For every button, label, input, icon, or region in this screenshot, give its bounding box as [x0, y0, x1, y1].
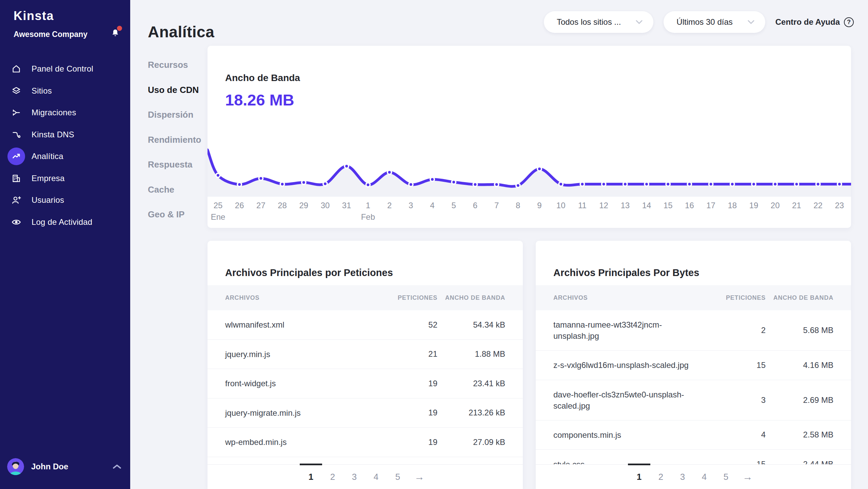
- x-axis-label: 17: [706, 201, 715, 210]
- home-icon: [7, 60, 25, 78]
- sidebar-item-empresa[interactable]: Empresa: [0, 168, 130, 190]
- period-selector-value: Últimos 30 días: [676, 17, 732, 27]
- x-axis-label: 25: [214, 201, 223, 210]
- x-axis-label: 8: [516, 201, 520, 210]
- sidebar-item-analitica[interactable]: Analítica: [0, 145, 130, 168]
- page-button-4[interactable]: 4: [693, 465, 715, 489]
- pagination: 1 2 3 4 5 →: [208, 464, 523, 489]
- table-row: z-s-vxlg6lwd16m-unsplash-scaled.jpg 15 4…: [536, 351, 851, 380]
- data-point: [302, 180, 306, 184]
- x-axis-label: 16: [685, 201, 694, 210]
- data-point: [495, 182, 499, 187]
- analytics-subnav: Recursos Uso de CDN Dispersión Rendimien…: [148, 53, 201, 227]
- page-button-2[interactable]: 2: [322, 465, 343, 489]
- tab-uso-de-cdn[interactable]: Uso de CDN: [148, 78, 201, 103]
- page-button-5[interactable]: 5: [387, 465, 409, 489]
- sidebar-item-migraciones[interactable]: Migraciones: [0, 102, 130, 124]
- sidebar-item-panel-de-control[interactable]: Panel de Control: [0, 58, 130, 80]
- table-row: dave-hoefler-cls3zn5wte0-unsplash-scaled…: [536, 380, 851, 420]
- help-center-link[interactable]: Centro de Ayuda ?: [775, 17, 854, 27]
- bandwidth-chart: [208, 142, 851, 197]
- requests-value: 15: [711, 459, 766, 465]
- x-axis-label: 18: [728, 201, 737, 210]
- bandwidth-value: 2.58 MB: [766, 430, 833, 439]
- x-axis-label: 11: [578, 201, 587, 210]
- file-name: front-widget.js: [225, 369, 383, 398]
- data-point: [323, 182, 327, 186]
- requests-value: 15: [711, 360, 766, 370]
- bandwidth-value: 4.16 MB: [766, 360, 833, 370]
- column-header-ancho-de-banda: Ancho de Banda: [766, 294, 833, 301]
- data-point: [280, 182, 284, 186]
- x-axis-label: 12: [599, 201, 608, 210]
- x-axis-label: 31: [342, 201, 351, 210]
- data-point: [752, 182, 756, 186]
- tab-dispersion[interactable]: Dispersión: [148, 102, 201, 128]
- tab-cache[interactable]: Cache: [148, 177, 201, 202]
- x-axis-label: 19: [749, 201, 758, 210]
- file-name: jquery-migrate.min.js: [225, 398, 383, 427]
- sidebar: Kinsta Awesome Company Panel de Control …: [0, 0, 130, 489]
- page-button-5[interactable]: 5: [715, 465, 737, 489]
- column-header-peticiones: Peticiones: [711, 294, 766, 301]
- period-selector-dropdown[interactable]: Últimos 30 días: [664, 11, 765, 33]
- data-point: [516, 183, 520, 188]
- bandwidth-value: 213.26 kB: [437, 408, 505, 417]
- page-button-3[interactable]: 3: [672, 465, 693, 489]
- file-name: wlwmanifest.xml: [225, 310, 383, 339]
- bandwidth-chart-zone: [208, 142, 851, 197]
- tab-respuesta[interactable]: Respuesta: [148, 152, 201, 177]
- sidebar-item-log-de-actividad[interactable]: Log de Actividad: [0, 211, 130, 233]
- requests-value: 3: [711, 395, 766, 405]
- table-row: style.css 15 2.44 MB: [536, 450, 851, 465]
- site-selector-dropdown[interactable]: Todos los sitios ...: [544, 11, 653, 33]
- migrations-icon: [7, 104, 25, 121]
- page-button-4[interactable]: 4: [365, 465, 387, 489]
- data-point: [730, 182, 734, 186]
- site-selector-value: Todos los sitios ...: [557, 17, 621, 27]
- table-body: wlwmanifest.xml 52 54.34 kB jquery.min.j…: [208, 310, 523, 465]
- requests-value: 19: [383, 437, 437, 447]
- tab-rendimiento[interactable]: Rendimiento: [148, 128, 201, 153]
- bandwidth-value: 54.34 kB: [437, 320, 505, 330]
- requests-value: 21: [383, 349, 437, 359]
- x-axis-month-labels: EneFeb: [208, 212, 851, 222]
- x-axis-label: 13: [620, 201, 630, 210]
- company-name: Awesome Company: [14, 30, 87, 39]
- table-header-row: Archivos Peticiones Ancho de Banda: [208, 285, 523, 310]
- bandwidth-value: 2.44 MB: [766, 459, 833, 465]
- chevron-down-icon: [636, 20, 643, 24]
- table-title: Archivos Principales por Peticiones: [225, 267, 393, 278]
- data-point: [709, 182, 713, 186]
- data-point: [666, 182, 670, 186]
- page-button-2[interactable]: 2: [650, 465, 672, 489]
- user-menu[interactable]: John Doe: [0, 457, 130, 476]
- notification-bell-icon[interactable]: [108, 26, 122, 40]
- notification-badge: [117, 26, 122, 31]
- page-title: Analítica: [148, 23, 214, 41]
- tab-geo-ip[interactable]: Geo & IP: [148, 202, 201, 227]
- data-point: [473, 182, 477, 187]
- sidebar-item-kinsta-dns[interactable]: Kinsta DNS: [0, 124, 130, 146]
- x-axis-label: 30: [321, 201, 330, 210]
- sidebar-item-usuarios[interactable]: Usuarios: [0, 189, 130, 211]
- page-button-3[interactable]: 3: [343, 465, 365, 489]
- table-row: wp-embed.min.js 19 27.09 kB: [208, 428, 523, 457]
- x-axis-label: 9: [537, 201, 541, 210]
- next-page-button[interactable]: →: [737, 465, 758, 489]
- bandwidth-value: 27.09 kB: [437, 437, 505, 447]
- top-files-by-requests-card: Archivos Principales por Peticiones Arch…: [208, 241, 523, 489]
- tab-recursos[interactable]: Recursos: [148, 53, 201, 78]
- month-label: Feb: [361, 212, 375, 222]
- user-name: John Doe: [31, 462, 68, 471]
- page-button-1[interactable]: 1: [628, 465, 650, 489]
- next-page-button[interactable]: →: [409, 465, 430, 489]
- analytics-icon: [7, 148, 25, 165]
- data-point: [430, 177, 434, 181]
- bandwidth-value: 2.69 MB: [766, 395, 833, 405]
- file-name: components.min.js: [553, 420, 711, 449]
- file-name: tamanna-rumee-wt33t42jncm-unsplash.jpg: [553, 310, 711, 350]
- sidebar-item-sitios[interactable]: Sitios: [0, 80, 130, 102]
- page-button-1[interactable]: 1: [300, 465, 322, 489]
- data-point: [580, 182, 584, 186]
